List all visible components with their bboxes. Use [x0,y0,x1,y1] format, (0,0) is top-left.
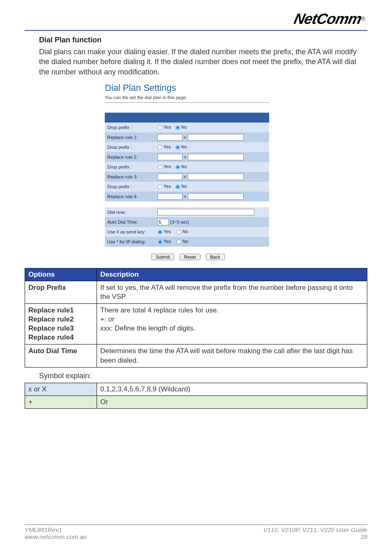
th-description: Description [97,268,367,281]
settings-table: Drop prefix :YesNoReplace rule 1: + Drop… [105,113,269,247]
row-label: Replace rule 1: [105,132,155,142]
hash-no-radio[interactable] [177,230,181,234]
replace-rule-value-input[interactable] [188,193,244,200]
replace-rule-prefix-input[interactable] [157,173,182,180]
star-ip-label: Use * for IP dialing: [105,237,155,247]
submit-button[interactable]: Submit [151,254,174,260]
symbol-meaning-cell: 0,1,2,3,4,5,6,7,8,9 (Wildcard) [97,383,367,395]
dial-now-label: Dial now: [105,207,155,217]
drop-prefix-no-radio[interactable] [175,145,180,150]
drop-prefix-yes-radio[interactable] [158,185,162,189]
row-label: Drop prefix : [105,123,155,132]
star-yes-radio[interactable] [158,240,162,244]
star-no-radio[interactable] [177,240,181,244]
reset-button[interactable]: Reset [180,254,201,260]
drop-prefix-yes-radio[interactable] [158,145,162,150]
description-cell: If set to yes, the ATA will remove the p… [97,281,367,303]
drop-prefix-yes-radio[interactable] [158,125,162,130]
replace-rule-prefix-input[interactable] [157,134,182,141]
symbol-table: x or X0,1,2,3,4,5,6,7,8,9 (Wildcard)+Or [25,383,367,409]
button-row: Submit Reset Back [105,252,271,261]
drop-prefix-yes-radio[interactable] [158,165,162,169]
footer-rev: YML881Rev1 [25,526,62,533]
panel-title: Dial Plan Settings [105,83,271,93]
th-options: Options [25,268,97,281]
row-label: Drop prefix : [105,182,155,192]
symbol-meaning-cell: Or [97,395,367,408]
hash-send-label: Use # as send key: [105,227,155,237]
auto-dial-label: Auto Dial Time: [105,217,155,227]
symbol-cell: + [25,395,97,408]
replace-rule-value-input[interactable] [188,154,244,160]
section-title: Dial Plan function [39,36,367,44]
drop-prefix-no-radio[interactable] [175,185,180,189]
row-label: Drop prefix : [105,162,155,172]
dial-plan-settings-panel: Dial Plan Settings You can the set the d… [105,83,271,261]
option-cell: Auto Dial Time [25,345,97,367]
replace-rule-value-input[interactable] [188,134,244,141]
drop-prefix-no-radio[interactable] [175,165,180,169]
replace-rule-prefix-input[interactable] [157,154,182,160]
footer-guide: V110, V210P, V211, V220 User Guide [263,526,367,533]
symbol-cell: x or X [25,383,97,395]
hash-yes-radio[interactable] [158,230,162,234]
footer-page-number: 39 [263,533,367,540]
panel-rule [105,102,269,103]
footer-url: www.netcomm.com.au [25,533,87,540]
header-rule [25,30,367,31]
description-cell: There are total 4 replace rules for use.… [97,304,367,345]
row-label: Drop prefix : [105,142,155,152]
row-label: Replace rule 2: [105,152,155,162]
panel-subtitle: You can the set the dial plan in this pa… [105,95,271,100]
option-cell: Drop Prefix [25,281,97,303]
drop-prefix-no-radio[interactable] [175,125,180,130]
intro-paragraph: Dial plans can make your dialing easier.… [39,47,367,77]
auto-dial-hint: (3~9 sec) [170,220,189,224]
brand-logo: NetComm [292,10,363,28]
page-footer: YML881Rev1 www.netcomm.com.au V110, V210… [25,522,367,541]
row-label: Replace rule 4: [105,192,155,201]
option-cell: Replace rule1Replace rule2Replace rule3R… [25,304,97,345]
symbol-explain-heading: Symbol explain: [39,372,367,380]
auto-dial-input[interactable] [157,219,169,225]
back-button[interactable]: Back [206,254,225,260]
dial-now-input[interactable] [157,209,254,215]
description-cell: Determines the time the ATA will wait be… [97,345,367,367]
options-description-table: Options Description Drop PrefixIf set to… [25,268,367,368]
brand-header: NetComm ® [25,8,367,28]
replace-rule-value-input[interactable] [188,173,244,180]
replace-rule-prefix-input[interactable] [157,193,182,200]
row-label: Replace rule 3: [105,172,155,182]
